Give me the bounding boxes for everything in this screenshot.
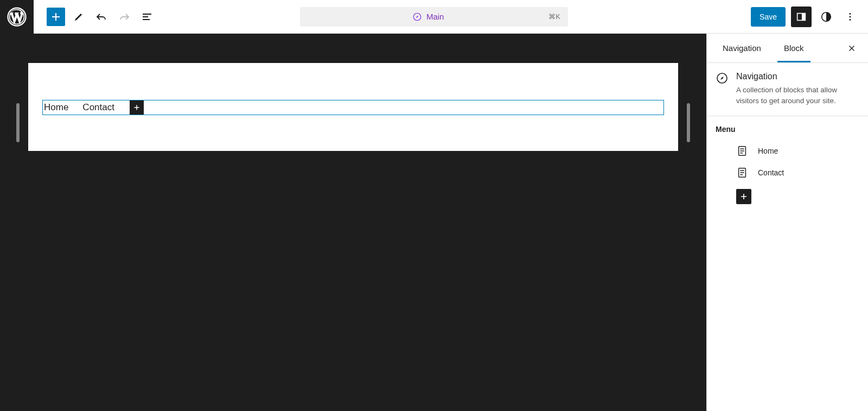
- menu-item-contact[interactable]: Contact: [736, 164, 859, 181]
- resize-handle-left[interactable]: [16, 103, 20, 142]
- close-sidebar-button[interactable]: [844, 41, 859, 56]
- tools-button[interactable]: [69, 8, 88, 26]
- keyboard-shortcut: ⌘K: [548, 12, 560, 21]
- redo-button[interactable]: [115, 8, 133, 26]
- wordpress-logo[interactable]: [0, 0, 34, 34]
- tab-navigation[interactable]: Navigation: [716, 35, 768, 61]
- svg-point-5: [850, 13, 851, 15]
- menu-item-home[interactable]: Home: [736, 142, 859, 160]
- document-bar[interactable]: Main ⌘K: [300, 7, 568, 27]
- nav-link-contact[interactable]: Contact: [82, 102, 114, 113]
- settings-panel-toggle[interactable]: [791, 7, 812, 27]
- tab-block[interactable]: Block: [777, 35, 810, 61]
- svg-rect-3: [802, 13, 805, 20]
- page-icon: [736, 145, 748, 157]
- block-description: A collection of blocks that allow visito…: [736, 85, 859, 107]
- menu-section-title: Menu: [716, 125, 859, 134]
- menu-item-label: Home: [758, 147, 778, 155]
- save-button[interactable]: Save: [751, 7, 786, 27]
- editor-canvas[interactable]: Home Contact: [0, 34, 706, 411]
- options-menu-button[interactable]: [841, 8, 859, 26]
- document-title: Main: [426, 12, 444, 21]
- nav-link-home[interactable]: Home: [44, 102, 68, 113]
- page-icon: [736, 167, 748, 179]
- settings-sidebar: Navigation Block Navigation A collection…: [706, 34, 868, 411]
- svg-point-7: [850, 19, 851, 21]
- navigation-block[interactable]: Home Contact: [42, 100, 664, 115]
- svg-point-6: [850, 16, 851, 17]
- undo-button[interactable]: [92, 8, 111, 26]
- compass-icon: [716, 72, 729, 85]
- add-menu-item-button[interactable]: [736, 189, 751, 204]
- compass-icon: [412, 12, 422, 22]
- block-title: Navigation: [736, 72, 859, 81]
- menu-item-label: Contact: [758, 168, 784, 177]
- block-inserter-button[interactable]: [47, 8, 65, 26]
- list-view-button[interactable]: [138, 8, 156, 26]
- template-preview: Home Contact: [28, 63, 678, 151]
- styles-button[interactable]: [817, 8, 835, 26]
- resize-handle-right[interactable]: [687, 103, 690, 142]
- add-nav-item-button[interactable]: [130, 100, 144, 115]
